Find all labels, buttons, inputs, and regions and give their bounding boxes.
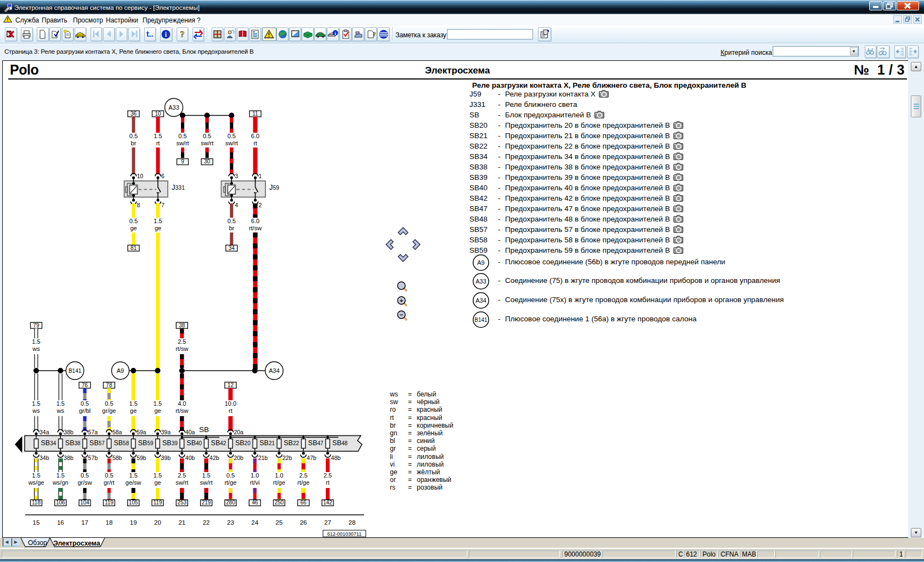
svg-text:Электросхема: Электросхема: [53, 540, 100, 547]
svg-text:?: ?: [373, 31, 376, 37]
svg-text:Обзор: Обзор: [28, 539, 47, 547]
svg-text:?: ?: [180, 30, 184, 39]
svg-text:t..: t..: [146, 30, 153, 38]
